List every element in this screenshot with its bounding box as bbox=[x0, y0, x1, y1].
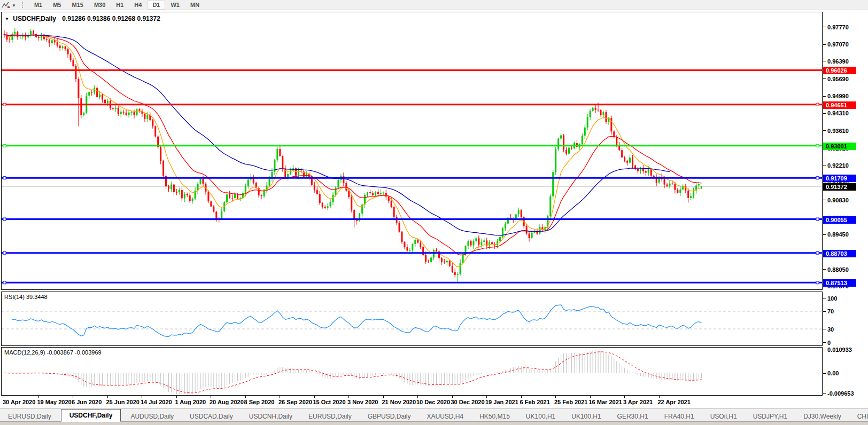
chart-tab-audusd-daily[interactable]: AUDUSD,Daily bbox=[122, 411, 182, 422]
axis-tick-value: 0.00 bbox=[827, 370, 839, 376]
date-tick bbox=[624, 396, 625, 398]
date-tick bbox=[486, 396, 487, 398]
axis-tick-value: 0.96390 bbox=[827, 58, 849, 65]
axis-tick-value: 0.97070 bbox=[827, 41, 849, 48]
tick-dash bbox=[823, 27, 826, 27]
chart-tab-usoil-h1[interactable]: USOil,H1 bbox=[702, 411, 745, 422]
axis-tick: 0.92210 bbox=[823, 162, 849, 169]
axis-tick-value: 100 bbox=[827, 295, 837, 302]
date-label: 1 Aug 2020 bbox=[175, 399, 206, 405]
main-chart-plot[interactable] bbox=[2, 12, 822, 289]
timeframe-button-m5[interactable]: M5 bbox=[48, 1, 66, 10]
axis-tick: 0.010933 bbox=[823, 347, 852, 353]
chart-tab-usdcnh-daily[interactable]: USDCNH,Daily bbox=[241, 411, 300, 422]
hline-handle[interactable] bbox=[3, 103, 6, 106]
hline-handle[interactable] bbox=[816, 103, 819, 106]
chart-tab-gbpusd-daily[interactable]: GBPUSD,Daily bbox=[360, 411, 419, 422]
horizontal-lines-layer bbox=[2, 70, 822, 284]
symbol-collapse-arrow[interactable]: ▼ bbox=[5, 17, 9, 21]
status-strip bbox=[0, 421, 868, 425]
timeframe-button-mn[interactable]: MN bbox=[185, 1, 205, 10]
main-chart-panel[interactable]: ▼ USDCHF,Daily 0.91286 0.91386 0.91268 0… bbox=[1, 12, 823, 290]
chart-tab-eurusd-daily[interactable]: EURUSD,Daily bbox=[0, 411, 59, 422]
chart-tab-hk50-m15[interactable]: HK50,M15 bbox=[471, 411, 518, 422]
date-label: 20 Aug 2020 bbox=[210, 399, 244, 405]
chart-line-tool-icon[interactable]: ▼ bbox=[2, 2, 17, 9]
axis-tick: 0 bbox=[823, 339, 831, 346]
chart-tab-uk100-h1[interactable]: UK100,H1 bbox=[563, 411, 609, 422]
axis-tick-value: 0.92210 bbox=[827, 162, 849, 169]
date-label: 25 Jun 2020 bbox=[106, 399, 140, 405]
slow-ma-line bbox=[4, 35, 670, 235]
current-price-label: 0.91372 bbox=[823, 183, 856, 191]
date-tick bbox=[245, 396, 246, 398]
hline-handle[interactable] bbox=[3, 281, 6, 284]
date-label: 3 Apr 2021 bbox=[623, 399, 653, 405]
tick-dash bbox=[823, 350, 826, 350]
chart-tab-uk100-h1[interactable]: UK100,H1 bbox=[518, 411, 563, 422]
date-label: 16 Mar 2021 bbox=[589, 399, 622, 405]
tick-dash bbox=[823, 311, 826, 312]
hline-handle[interactable] bbox=[816, 251, 819, 254]
tick-dash bbox=[823, 269, 826, 270]
date-label: 19 May 2020 bbox=[37, 399, 72, 405]
chart-title-ohlc: 0.91286 0.91386 0.91268 0.91372 bbox=[62, 15, 160, 22]
tick-dash bbox=[823, 329, 826, 329]
date-tick bbox=[176, 396, 177, 398]
timeframe-button-h4[interactable]: H4 bbox=[129, 1, 147, 10]
date-axis[interactable]: 30 Apr 202019 May 20206 Jun 202025 Jun 2… bbox=[1, 396, 823, 408]
hline-handle[interactable] bbox=[3, 251, 6, 254]
hline-handle[interactable] bbox=[816, 177, 819, 179]
date-tick bbox=[314, 396, 315, 398]
price-axis[interactable]: 0.977700.970700.963900.956900.949900.943… bbox=[823, 12, 868, 408]
axis-tick: 30 bbox=[823, 326, 834, 333]
chart-tab-usdjpy-h1[interactable]: USDJPY,H1 bbox=[745, 411, 795, 422]
axis-tick: 0.97070 bbox=[823, 41, 849, 48]
chart-tab-fra40-h1[interactable]: FRA40,H1 bbox=[656, 411, 702, 422]
mt4-window: ▼ M1M5M15M30H1H4D1W1MN ▼ USDCHF,Daily 0.… bbox=[0, 0, 868, 425]
toolbar-grip[interactable] bbox=[22, 2, 25, 8]
chart-tab-ger30-h1[interactable]: GER30,H1 bbox=[609, 411, 656, 422]
timeframe-button-m15[interactable]: M15 bbox=[66, 1, 88, 10]
tick-dash bbox=[823, 96, 826, 97]
timeframe-button-h1[interactable]: H1 bbox=[111, 1, 129, 10]
rsi-panel[interactable]: RSI(14) 39.3448 bbox=[1, 292, 823, 346]
date-tick bbox=[417, 396, 418, 398]
date-label: 30 Apr 2020 bbox=[3, 399, 35, 405]
hline-handle[interactable] bbox=[3, 144, 6, 147]
timeframe-button-m1[interactable]: M1 bbox=[29, 1, 48, 10]
timeframe-button-m30[interactable]: M30 bbox=[89, 1, 111, 10]
date-tick bbox=[659, 396, 660, 398]
date-label: 30 Dec 2020 bbox=[451, 399, 485, 405]
hline-price-label: 0.93001 bbox=[823, 143, 856, 150]
timeframe-button-d1[interactable]: D1 bbox=[147, 1, 165, 10]
axis-tick-value: 70 bbox=[827, 308, 834, 314]
date-tick bbox=[348, 396, 349, 398]
date-tick bbox=[521, 396, 522, 398]
hline-handle[interactable] bbox=[3, 218, 6, 221]
chart-tab-usdchf-daily[interactable]: USDCHF,Daily bbox=[61, 409, 121, 422]
tick-dash bbox=[823, 78, 826, 79]
date-tick bbox=[280, 396, 280, 398]
hline-handle[interactable] bbox=[816, 218, 819, 221]
chart-tab-china300-h1[interactable]: CHINA300,H1 bbox=[849, 411, 868, 422]
macd-plot bbox=[2, 348, 822, 395]
axis-tick: 0.93610 bbox=[823, 127, 849, 134]
timeframe-buttons: M1M5M15M30H1H4D1W1MN bbox=[29, 1, 205, 10]
macd-panel[interactable]: MACD(12,26,9) -0.003867 -0.003969 bbox=[1, 347, 823, 396]
hline-handle[interactable] bbox=[816, 144, 819, 147]
hline-price-label: 0.94651 bbox=[823, 101, 856, 109]
chart-tab-usdcad-daily[interactable]: USDCAD,Daily bbox=[182, 411, 241, 422]
hline-handle[interactable] bbox=[3, 177, 6, 179]
chart-tab-eurusd-daily[interactable]: EURUSD,Daily bbox=[300, 411, 360, 422]
chart-tab-dj30-weekly[interactable]: DJ30,Weekly bbox=[795, 411, 849, 422]
tool-dropdown-arrow[interactable]: ▼ bbox=[12, 3, 16, 8]
candlesticks-layer bbox=[4, 28, 702, 282]
hline-handle[interactable] bbox=[816, 281, 819, 284]
chart-tab-xauusd-h4[interactable]: XAUUSD,H4 bbox=[418, 411, 471, 422]
axis-tick: 0.97770 bbox=[823, 23, 849, 30]
axis-tick-value: 0 bbox=[827, 340, 831, 346]
timeframe-button-w1[interactable]: W1 bbox=[165, 1, 185, 10]
tick-dash bbox=[823, 234, 826, 235]
zigzag-line-icon bbox=[2, 2, 10, 9]
